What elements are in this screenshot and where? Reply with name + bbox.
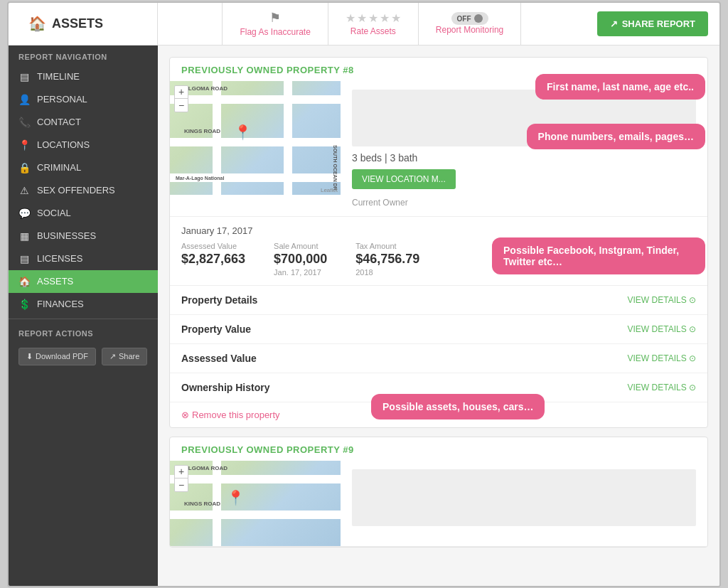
view-location-label: VIEW LOCATION M...	[362, 174, 446, 184]
sidebar-item-contact[interactable]: 📞 CONTACT	[9, 111, 158, 134]
map-label-algoma: ALGOMA ROAD	[184, 85, 228, 92]
toggle-off[interactable]: OFF	[451, 12, 488, 25]
actions-section-title: REPORT ACTIONS	[9, 322, 158, 342]
sidebar-item-timeline[interactable]: ▤ TIMELINE	[9, 65, 158, 88]
tax-amount-item: Tax Amount $46,756.79 2018	[355, 242, 419, 277]
property-8-map[interactable]: ALGOMA ROAD KINGS ROAD SOUTH OCEAN DR Ma…	[170, 81, 341, 195]
assessed-value-row: Assessed Value VIEW DETAILS ⊙	[170, 344, 707, 373]
sidebar-contact-label: CONTACT	[37, 117, 81, 127]
main-content: First name, last name, age etc.. Phone n…	[158, 46, 719, 586]
road-horizontal-1	[170, 95, 341, 104]
sale-value: $700,000	[274, 252, 327, 267]
zoom-9-out[interactable]: −	[175, 479, 188, 491]
top-actions: ⚑ Flag As Inaccurate ★ ★ ★ ★ ★ Rate Asse…	[158, 3, 586, 45]
sidebar-item-finances[interactable]: 💲 FINANCES	[9, 293, 158, 316]
flag-inaccurate-button[interactable]: ⚑ Flag As Inaccurate	[222, 3, 328, 45]
property-9-map[interactable]: ALGOMA ROAD KINGS ROAD 📍 + −	[170, 461, 341, 546]
share-icon: ↗	[610, 18, 618, 29]
map-9-label-algoma: ALGOMA ROAD	[184, 465, 228, 471]
assessed-value-row-label: Assessed Value	[181, 353, 257, 364]
remove-property-section: ⊗ Remove this property	[170, 402, 707, 427]
property-image-blurred	[352, 90, 696, 146]
sidebar-businesses-label: BUSINESSES	[37, 230, 96, 241]
share-report-button[interactable]: ↗ SHARE REPORT	[597, 11, 708, 36]
sale-label: Sale Amount	[274, 242, 327, 250]
map-attribution: Leaflet	[321, 187, 338, 193]
toggle-container: OFF	[451, 12, 488, 25]
sidebar-item-assets[interactable]: 🏠 ASSETS	[9, 270, 158, 293]
download-icon: ⬇	[26, 352, 33, 361]
sale-date: January 17, 2017	[181, 225, 696, 236]
social-icon: 💬	[18, 208, 30, 219]
star-4[interactable]: ★	[380, 11, 390, 25]
timeline-icon: ▤	[18, 71, 30, 82]
ownership-row: Ownership History VIEW DETAILS ⊙	[170, 373, 707, 402]
property-value-link[interactable]: VIEW DETAILS ⊙	[628, 324, 696, 334]
sidebar: REPORT NAVIGATION ▤ TIMELINE 👤 PERSONAL …	[9, 46, 158, 586]
home-icon: 🏠	[28, 15, 46, 32]
remove-property-link[interactable]: ⊗ Remove this property	[181, 410, 696, 420]
sidebar-sex-offenders-label: SEX OFFENDERS	[37, 185, 115, 196]
property-9-title: PREVIOUSLY OWNED PROPERTY #9	[170, 437, 707, 461]
share-small-icon: ↗	[109, 352, 116, 361]
remove-label: Remove this property	[192, 410, 280, 420]
star-3[interactable]: ★	[368, 11, 378, 25]
zoom-out[interactable]: −	[175, 99, 188, 112]
sidebar-locations-label: LOCATIONS	[37, 139, 90, 150]
sidebar-timeline-label: TIMELINE	[37, 71, 80, 82]
tax-value: $46,756.79	[355, 252, 419, 267]
view-location-button[interactable]: VIEW LOCATION M...	[352, 169, 456, 189]
finances-icon: 💲	[18, 299, 30, 310]
sex-offenders-icon: ⚠	[18, 185, 30, 196]
star-5[interactable]: ★	[391, 11, 401, 25]
sidebar-item-businesses[interactable]: ▦ BUSINESSES	[9, 225, 158, 247]
ownership-link[interactable]: VIEW DETAILS ⊙	[628, 383, 696, 392]
current-owner-label: Current Owner	[352, 198, 696, 208]
share-button[interactable]: ↗ Share	[102, 348, 147, 365]
sidebar-finances-label: FINANCES	[37, 299, 84, 309]
personal-icon: 👤	[18, 94, 30, 105]
report-monitoring-toggle[interactable]: OFF Report Monitoring	[419, 3, 521, 45]
sidebar-item-licenses[interactable]: ▤ LICENSES	[9, 247, 158, 270]
map-9-zoom-controls[interactable]: + −	[174, 465, 188, 492]
contact-icon: 📞	[18, 117, 30, 128]
property-8-map-row: ALGOMA ROAD KINGS ROAD SOUTH OCEAN DR Ma…	[170, 81, 707, 217]
property-details-label: Property Details	[181, 294, 257, 306]
property-9-section: PREVIOUSLY OWNED PROPERTY #9 ALGOMA ROAD…	[169, 437, 708, 547]
property-9-info	[341, 461, 707, 546]
main-layout: REPORT NAVIGATION ▤ TIMELINE 👤 PERSONAL …	[9, 46, 719, 586]
rate-label: Rate Assets	[350, 26, 396, 36]
beds-baths: 3 beds | 3 bath	[352, 152, 696, 164]
zoom-in[interactable]: +	[175, 86, 188, 99]
star-rating[interactable]: ★ ★ ★ ★ ★	[346, 11, 401, 25]
sidebar-item-personal[interactable]: 👤 PERSONAL	[9, 88, 158, 111]
sidebar-item-locations[interactable]: 📍 LOCATIONS	[9, 134, 158, 156]
licenses-icon: ▤	[18, 253, 30, 264]
values-row: Assessed Value $2,827,663 Sale Amount $7…	[181, 242, 696, 277]
sidebar-assets-label: ASSETS	[37, 276, 73, 287]
property-details-link[interactable]: VIEW DETAILS ⊙	[628, 295, 696, 305]
property-9-map-row: ALGOMA ROAD KINGS ROAD 📍 + −	[170, 461, 707, 547]
assessed-value-link[interactable]: VIEW DETAILS ⊙	[628, 353, 696, 363]
assessed-label: Assessed Value	[181, 242, 245, 250]
road-vertical-2	[284, 81, 292, 195]
tax-label: Tax Amount	[355, 242, 419, 250]
sidebar-criminal-label: CRIMINAL	[37, 162, 81, 173]
sidebar-item-criminal[interactable]: 🔒 CRIMINAL	[9, 156, 158, 179]
monitoring-label: Report Monitoring	[436, 25, 503, 35]
map-pin: 📍	[234, 124, 252, 141]
map-zoom-controls[interactable]: + −	[174, 85, 188, 112]
download-pdf-button[interactable]: ⬇ Download PDF	[18, 348, 96, 365]
property-value-row: Property Value VIEW DETAILS ⊙	[170, 315, 707, 344]
rate-assets-button[interactable]: ★ ★ ★ ★ ★ Rate Assets	[328, 3, 419, 45]
criminal-icon: 🔒	[18, 162, 30, 173]
ownership-label: Ownership History	[181, 382, 269, 393]
toggle-circle	[474, 14, 483, 23]
map-background: ALGOMA ROAD KINGS ROAD SOUTH OCEAN DR Ma…	[170, 81, 341, 195]
zoom-9-in[interactable]: +	[175, 466, 188, 479]
sidebar-item-social[interactable]: 💬 SOCIAL	[9, 202, 158, 225]
star-2[interactable]: ★	[357, 11, 367, 25]
sidebar-social-label: SOCIAL	[37, 208, 71, 218]
sidebar-item-sex-offenders[interactable]: ⚠ SEX OFFENDERS	[9, 179, 158, 202]
star-1[interactable]: ★	[346, 11, 355, 25]
